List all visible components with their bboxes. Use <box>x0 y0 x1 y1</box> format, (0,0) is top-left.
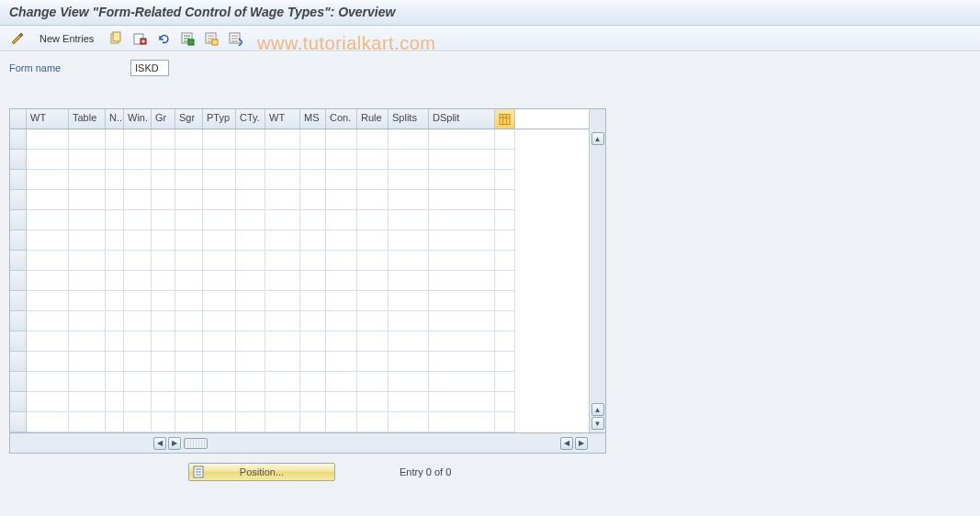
grid-cell[interactable] <box>203 230 236 251</box>
grid-cell[interactable] <box>265 412 300 432</box>
grid-cell[interactable] <box>357 210 389 230</box>
grid-cell[interactable] <box>69 352 106 372</box>
grid-cell[interactable] <box>429 251 495 271</box>
grid-cell[interactable] <box>203 291 236 311</box>
scroll-left-icon[interactable]: ◀ <box>153 437 166 450</box>
grid-cell[interactable] <box>326 170 357 190</box>
grid-cell[interactable] <box>124 129 152 150</box>
grid-cell[interactable] <box>106 251 124 271</box>
grid-cell[interactable] <box>203 311 236 331</box>
col-head-wt[interactable]: WT <box>27 109 69 129</box>
grid-cell[interactable] <box>265 311 300 331</box>
grid-cell[interactable] <box>27 150 69 170</box>
horizontal-scrollbar[interactable]: ◀ ▶ ◀ ▶ <box>9 433 606 454</box>
grid-cell[interactable] <box>389 170 429 190</box>
grid-cell[interactable] <box>357 291 389 311</box>
grid-cell[interactable] <box>429 372 495 392</box>
scroll-left-far-icon[interactable]: ◀ <box>560 437 573 450</box>
grid-cell[interactable] <box>326 251 357 271</box>
grid-cell[interactable] <box>429 210 495 230</box>
grid-cell[interactable] <box>175 251 203 271</box>
deselect-all-icon[interactable] <box>225 29 245 48</box>
scroll-right-icon[interactable]: ▶ <box>575 437 588 450</box>
grid-cell[interactable] <box>106 190 124 210</box>
grid-cell[interactable] <box>300 352 326 372</box>
grid-cell[interactable] <box>106 129 124 150</box>
row-selector[interactable] <box>10 392 27 412</box>
row-selector[interactable] <box>10 230 27 251</box>
grid-cell[interactable] <box>265 251 300 271</box>
grid-cell[interactable] <box>429 392 495 412</box>
col-head-ptyp[interactable]: PTyp <box>203 109 236 129</box>
grid-cell[interactable] <box>106 291 124 311</box>
grid-cell[interactable] <box>203 170 236 190</box>
grid-cell[interactable] <box>69 210 106 230</box>
col-head-table[interactable]: Table <box>69 109 106 129</box>
grid-cell[interactable] <box>203 352 236 372</box>
col-head-gr[interactable]: Gr <box>152 109 175 129</box>
grid-cell[interactable] <box>265 150 300 170</box>
grid-cell[interactable] <box>124 372 152 392</box>
grid-cell[interactable] <box>236 392 265 412</box>
grid-cell[interactable] <box>357 129 389 150</box>
grid-cell[interactable] <box>203 190 236 210</box>
grid-cell[interactable] <box>429 150 495 170</box>
grid-cell[interactable] <box>429 271 495 291</box>
grid-cell[interactable] <box>106 372 124 392</box>
form-name-input[interactable] <box>130 60 169 76</box>
grid-cell[interactable] <box>27 331 69 352</box>
grid-cell[interactable] <box>69 412 106 432</box>
grid-cell[interactable] <box>326 230 357 251</box>
grid-cell[interactable] <box>175 412 203 432</box>
grid-cell[interactable] <box>429 291 495 311</box>
undo-icon[interactable] <box>153 29 174 48</box>
grid-cell[interactable] <box>236 150 265 170</box>
grid-cell[interactable] <box>175 190 203 210</box>
grid-cell[interactable] <box>152 412 175 432</box>
grid-cell[interactable] <box>124 352 152 372</box>
grid-cell[interactable] <box>265 271 300 291</box>
grid-cell[interactable] <box>152 291 175 311</box>
grid-cell[interactable] <box>389 251 429 271</box>
grid-cell[interactable] <box>69 331 106 352</box>
grid-cell[interactable] <box>357 251 389 271</box>
grid-cell[interactable] <box>27 271 69 291</box>
grid-cell[interactable] <box>203 150 236 170</box>
grid-cell[interactable] <box>389 392 429 412</box>
grid-cell[interactable] <box>326 129 357 150</box>
grid-cell[interactable] <box>236 372 265 392</box>
scroll-down-icon[interactable]: ▼ <box>591 417 604 430</box>
grid-cell[interactable] <box>69 251 106 271</box>
grid-cell[interactable] <box>357 331 389 352</box>
col-head-ms[interactable]: MS <box>300 109 326 129</box>
grid-cell[interactable] <box>357 271 389 291</box>
row-selector[interactable] <box>10 352 27 372</box>
grid-cell[interactable] <box>389 311 429 331</box>
grid-cell[interactable] <box>265 190 300 210</box>
grid-cell[interactable] <box>236 129 265 150</box>
grid-cell[interactable] <box>69 150 106 170</box>
grid-cell[interactable] <box>27 251 69 271</box>
grid-cell[interactable] <box>265 331 300 352</box>
grid-cell[interactable] <box>124 251 152 271</box>
grid-cell[interactable] <box>300 331 326 352</box>
row-selector[interactable] <box>10 271 27 291</box>
grid-cell[interactable] <box>203 372 236 392</box>
grid-cell[interactable] <box>175 372 203 392</box>
grid-cell[interactable] <box>389 291 429 311</box>
grid-cell[interactable] <box>326 271 357 291</box>
grid-cell[interactable] <box>175 150 203 170</box>
grid-cell[interactable] <box>175 392 203 412</box>
grid-cell[interactable] <box>429 311 495 331</box>
grid-cell[interactable] <box>429 412 495 432</box>
grid-cell[interactable] <box>429 190 495 210</box>
row-selector[interactable] <box>10 372 27 392</box>
grid-cell[interactable] <box>152 271 175 291</box>
grid-cell[interactable] <box>124 412 152 432</box>
grid-cell[interactable] <box>236 210 265 230</box>
grid-cell[interactable] <box>175 129 203 150</box>
grid-cell[interactable] <box>203 210 236 230</box>
col-head-dsplit[interactable]: DSplit <box>429 109 495 129</box>
grid-cell[interactable] <box>236 311 265 331</box>
grid-cell[interactable] <box>175 271 203 291</box>
